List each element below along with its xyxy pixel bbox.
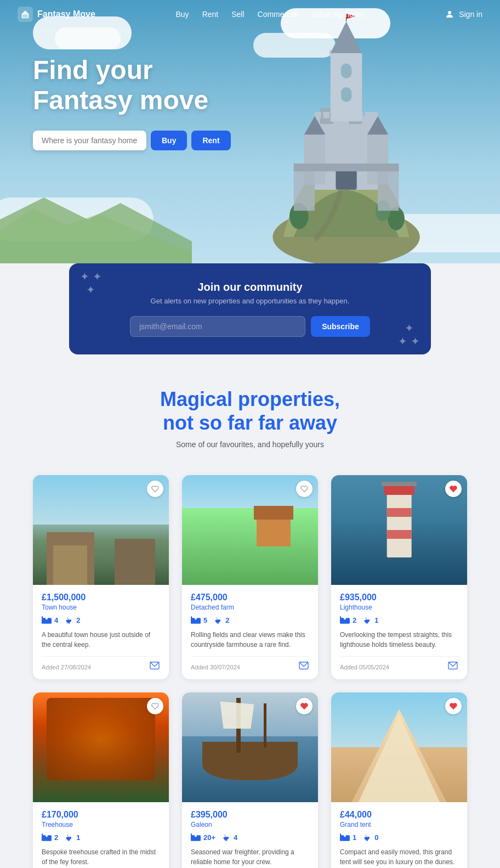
property-price: £475,000 — [191, 593, 309, 602]
brand-logo[interactable]: Fantasy Move — [18, 7, 95, 22]
baths-count: 1 — [374, 616, 378, 624]
svg-rect-47 — [340, 618, 344, 622]
property-image — [33, 475, 169, 585]
baths-count: 4 — [234, 833, 237, 842]
svg-rect-20 — [341, 87, 351, 102]
beds-count: 2 — [353, 616, 356, 624]
community-title: Join our community — [95, 281, 405, 294]
property-description: Bespoke treehouse crafted in the midst o… — [42, 847, 160, 867]
svg-rect-31 — [294, 164, 399, 171]
svg-rect-29 — [294, 169, 315, 211]
nav-sell[interactable]: Sell — [231, 10, 244, 19]
subscribe-button[interactable]: Subscribe — [311, 316, 370, 337]
bath-icon — [363, 616, 372, 624]
nav-buy[interactable]: Buy — [176, 10, 189, 19]
bed-icon — [191, 833, 201, 841]
property-card: £395,000 Galeon 20+ 4 — [182, 692, 318, 868]
property-footer: Added 30/07/2024 — [191, 656, 309, 673]
property-features: 2 1 — [42, 833, 160, 842]
property-price: £1,500,000 — [42, 593, 160, 602]
properties-header: Magical properties, not so far far away … — [33, 387, 467, 449]
beds-feature: 5 — [191, 616, 207, 624]
svg-rect-57 — [191, 836, 195, 839]
property-added-date: Added 30/07/2024 — [191, 664, 240, 670]
community-card: ✦ ✦✦ ✦✦ ✦ Join our community Get alerts … — [69, 263, 431, 354]
svg-rect-64 — [340, 834, 341, 836]
community-wrap: ✦ ✦✦ ✦✦ ✦ Join our community Get alerts … — [0, 263, 500, 354]
castle-illustration — [237, 11, 445, 263]
svg-rect-59 — [191, 834, 192, 836]
svg-rect-30 — [378, 169, 399, 211]
property-price: £395,000 — [191, 810, 309, 820]
buy-button[interactable]: Buy — [151, 131, 187, 150]
search-input[interactable] — [33, 131, 146, 150]
beds-feature: 20+ — [191, 833, 215, 842]
bed-icon — [42, 833, 52, 841]
community-email-input[interactable] — [130, 316, 305, 337]
beds-count: 2 — [54, 833, 58, 842]
navbar: Fantasy Move Buy Rent Sell Commercial Va… — [0, 0, 500, 29]
community-form: Subscribe — [95, 316, 405, 337]
bed-icon — [340, 833, 350, 841]
property-card: £44,000 Grand tent 1 0 — [331, 692, 467, 868]
property-price: £935,000 — [340, 593, 458, 602]
property-footer: Added 27/08/2024 — [42, 656, 160, 673]
property-type: Treehouse — [42, 821, 160, 828]
signin-label: Sign in — [459, 10, 482, 19]
bath-icon — [65, 616, 73, 624]
property-body: £1,500,000 Town house 4 2 — [33, 585, 169, 679]
bath-icon — [214, 616, 223, 624]
nav-auth[interactable]: Sign in — [445, 9, 482, 19]
heart-icon — [450, 485, 457, 493]
svg-rect-39 — [42, 617, 43, 619]
beds-feature: 4 — [42, 616, 58, 624]
baths-feature: 2 — [65, 616, 80, 624]
community-subtitle: Get alerts on new properties and opportu… — [95, 297, 405, 305]
properties-title: Magical properties, not so far far away — [33, 387, 467, 435]
svg-rect-38 — [48, 618, 52, 622]
property-features: 2 1 — [340, 616, 458, 624]
property-features: 5 2 — [191, 616, 309, 624]
beds-count: 1 — [353, 833, 356, 842]
baths-count: 1 — [76, 833, 80, 842]
nav-rent[interactable]: Rent — [202, 10, 219, 19]
nav-links: Buy Rent Sell Commercial Value my home — [176, 10, 365, 19]
contact-email-button[interactable] — [447, 661, 458, 673]
svg-rect-53 — [48, 836, 52, 839]
property-image — [182, 692, 318, 802]
beds-feature: 1 — [340, 833, 356, 842]
nav-value[interactable]: Value my home — [311, 10, 364, 19]
svg-rect-43 — [197, 618, 201, 622]
beds-count: 4 — [54, 616, 58, 624]
nav-commercial[interactable]: Commercial — [258, 10, 299, 19]
baths-feature: 1 — [363, 616, 378, 624]
baths-feature: 2 — [214, 616, 229, 624]
property-added-date: Added 05/05/2024 — [340, 664, 389, 670]
property-description: A beautiful town house just outside of t… — [42, 630, 160, 650]
svg-rect-6 — [323, 112, 329, 119]
property-type: Galeon — [191, 821, 309, 828]
contact-email-button[interactable] — [149, 661, 160, 673]
baths-count: 0 — [374, 833, 378, 842]
properties-section: Magical properties, not so far far away … — [0, 354, 500, 868]
svg-rect-13 — [331, 53, 362, 122]
heart-icon — [300, 485, 308, 493]
property-image — [33, 692, 169, 802]
svg-rect-5 — [315, 112, 321, 119]
svg-rect-37 — [42, 618, 46, 622]
contact-email-button[interactable] — [298, 661, 309, 673]
sparkles-left: ✦ ✦✦ — [80, 270, 102, 296]
svg-rect-54 — [42, 834, 43, 836]
heart-icon — [450, 702, 457, 710]
beds-feature: 2 — [42, 833, 58, 842]
bed-icon — [42, 616, 52, 624]
property-card: £935,000 Lighthouse 2 1 — [331, 475, 467, 679]
baths-count: 2 — [76, 616, 80, 624]
beds-count: 5 — [203, 616, 207, 624]
property-features: 4 2 — [42, 616, 160, 624]
svg-rect-44 — [191, 617, 192, 619]
property-price: £170,000 — [42, 810, 160, 820]
hero-section: Find your Fantasy move Buy Rent — [0, 0, 500, 285]
property-features: 20+ 4 — [191, 833, 309, 842]
rent-button[interactable]: Rent — [191, 131, 230, 150]
